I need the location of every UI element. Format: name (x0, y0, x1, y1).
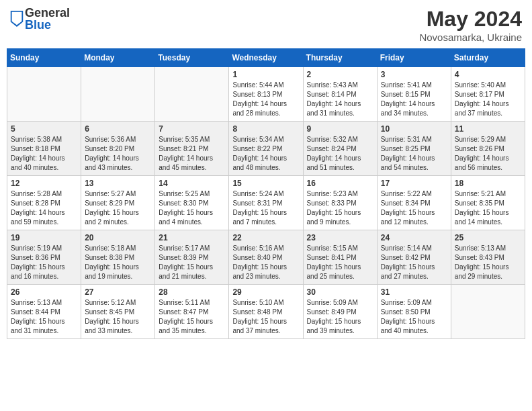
day-info: Sunrise: 5:40 AMSunset: 8:17 PMDaylight:… (455, 81, 521, 118)
day-info: Sunrise: 5:44 AMSunset: 8:13 PMDaylight:… (232, 81, 299, 118)
calendar-week-row: 5Sunrise: 5:38 AMSunset: 8:18 PMDaylight… (7, 122, 525, 176)
sunset-text: Sunset: 8:25 PM (381, 144, 447, 154)
day-number: 14 (159, 179, 225, 188)
day-info: Sunrise: 5:18 AMSunset: 8:38 PMDaylight:… (85, 244, 151, 281)
day-number: 2 (307, 70, 373, 79)
day-info: Sunrise: 5:29 AMSunset: 8:26 PMDaylight:… (455, 135, 521, 173)
sunrise-text: Sunrise: 5:34 AM (232, 135, 299, 144)
calendar-day-cell: 5Sunrise: 5:38 AMSunset: 8:18 PMDaylight… (7, 122, 81, 176)
col-header-monday: Monday (81, 49, 155, 67)
daylight-text: Daylight: 15 hours and 14 minutes. (455, 208, 521, 227)
day-info: Sunrise: 5:35 AMSunset: 8:21 PMDaylight:… (159, 135, 225, 173)
day-info: Sunrise: 5:09 AMSunset: 8:50 PMDaylight:… (381, 298, 447, 336)
calendar-day-cell: 14Sunrise: 5:25 AMSunset: 8:30 PMDayligh… (155, 176, 229, 230)
sunset-text: Sunset: 8:24 PM (307, 144, 373, 154)
logo-text: General Blue (25, 7, 70, 31)
day-info: Sunrise: 5:34 AMSunset: 8:22 PMDaylight:… (232, 135, 299, 173)
day-number: 16 (307, 179, 373, 188)
day-info: Sunrise: 5:23 AMSunset: 8:33 PMDaylight:… (307, 189, 373, 227)
sunset-text: Sunset: 8:36 PM (11, 253, 77, 263)
day-info: Sunrise: 5:36 AMSunset: 8:20 PMDaylight:… (85, 135, 151, 173)
day-info: Sunrise: 5:12 AMSunset: 8:45 PMDaylight:… (85, 298, 151, 336)
location-subtitle: Novosamarka, Ukraine (419, 32, 522, 43)
calendar-day-cell: 18Sunrise: 5:21 AMSunset: 8:35 PMDayligh… (451, 176, 525, 230)
sunrise-text: Sunrise: 5:16 AM (232, 244, 299, 253)
calendar-day-cell: 11Sunrise: 5:29 AMSunset: 8:26 PMDayligh… (451, 122, 525, 176)
col-header-friday: Friday (377, 49, 451, 67)
calendar-day-cell (155, 67, 229, 122)
page-header: General Blue May 2024 Novosamarka, Ukrai… (7, 7, 525, 43)
title-block: May 2024 Novosamarka, Ukraine (419, 7, 522, 43)
day-number: 26 (11, 287, 77, 297)
daylight-text: Daylight: 15 hours and 4 minutes. (159, 208, 225, 227)
calendar-week-row: 26Sunrise: 5:13 AMSunset: 8:44 PMDayligh… (7, 285, 525, 339)
sunset-text: Sunset: 8:21 PM (159, 144, 225, 154)
day-number: 29 (232, 287, 299, 297)
logo-blue: Blue (25, 19, 70, 31)
day-number: 18 (455, 179, 521, 188)
day-number: 31 (381, 287, 447, 297)
sunset-text: Sunset: 8:44 PM (11, 308, 77, 317)
sunset-text: Sunset: 8:39 PM (159, 253, 225, 263)
calendar-week-row: 1Sunrise: 5:44 AMSunset: 8:13 PMDaylight… (7, 67, 525, 122)
sunset-text: Sunset: 8:48 PM (232, 308, 299, 317)
day-info: Sunrise: 5:19 AMSunset: 8:36 PMDaylight:… (11, 244, 77, 281)
day-number: 15 (232, 179, 299, 188)
sunset-text: Sunset: 8:40 PM (232, 253, 299, 263)
day-number: 23 (307, 233, 373, 242)
sunrise-text: Sunrise: 5:10 AM (232, 298, 299, 308)
logo: General Blue (10, 7, 70, 31)
sunset-text: Sunset: 8:34 PM (381, 199, 447, 208)
day-number: 22 (232, 233, 299, 242)
day-info: Sunrise: 5:28 AMSunset: 8:28 PMDaylight:… (11, 189, 77, 227)
sunrise-text: Sunrise: 5:32 AM (307, 135, 373, 144)
sunrise-text: Sunrise: 5:36 AM (85, 135, 151, 144)
daylight-text: Daylight: 14 hours and 45 minutes. (159, 154, 225, 173)
calendar-day-cell: 25Sunrise: 5:13 AMSunset: 8:43 PMDayligh… (451, 230, 525, 285)
calendar-day-cell: 30Sunrise: 5:09 AMSunset: 8:49 PMDayligh… (303, 285, 377, 339)
sunset-text: Sunset: 8:49 PM (307, 308, 373, 317)
day-number: 24 (381, 233, 447, 242)
sunset-text: Sunset: 8:13 PM (232, 90, 299, 99)
col-header-saturday: Saturday (451, 49, 525, 67)
calendar-day-cell: 16Sunrise: 5:23 AMSunset: 8:33 PMDayligh… (303, 176, 377, 230)
logo-general: General (25, 7, 70, 19)
calendar-day-cell (451, 285, 525, 339)
sunrise-text: Sunrise: 5:21 AM (455, 189, 521, 199)
sunset-text: Sunset: 8:20 PM (85, 144, 151, 154)
calendar-day-cell: 8Sunrise: 5:34 AMSunset: 8:22 PMDaylight… (229, 122, 303, 176)
day-number: 5 (11, 124, 77, 134)
sunrise-text: Sunrise: 5:25 AM (159, 189, 225, 199)
sunrise-text: Sunrise: 5:12 AM (85, 298, 151, 308)
calendar-header-row: SundayMondayTuesdayWednesdayThursdayFrid… (7, 49, 525, 67)
day-number: 4 (455, 70, 521, 79)
day-info: Sunrise: 5:38 AMSunset: 8:18 PMDaylight:… (11, 135, 77, 173)
sunset-text: Sunset: 8:18 PM (11, 144, 77, 154)
day-info: Sunrise: 5:24 AMSunset: 8:31 PMDaylight:… (232, 189, 299, 227)
calendar-day-cell: 3Sunrise: 5:41 AMSunset: 8:15 PMDaylight… (377, 67, 451, 122)
day-number: 11 (455, 124, 521, 134)
day-number: 27 (85, 287, 151, 297)
calendar-day-cell: 7Sunrise: 5:35 AMSunset: 8:21 PMDaylight… (155, 122, 229, 176)
sunset-text: Sunset: 8:26 PM (455, 144, 521, 154)
calendar-day-cell: 20Sunrise: 5:18 AMSunset: 8:38 PMDayligh… (81, 230, 155, 285)
sunrise-text: Sunrise: 5:13 AM (455, 244, 521, 253)
day-number: 1 (232, 70, 299, 79)
daylight-text: Daylight: 15 hours and 7 minutes. (232, 208, 299, 227)
daylight-text: Daylight: 15 hours and 16 minutes. (11, 263, 77, 281)
sunset-text: Sunset: 8:50 PM (381, 308, 447, 317)
daylight-text: Daylight: 14 hours and 59 minutes. (11, 208, 77, 227)
calendar-table: SundayMondayTuesdayWednesdayThursdayFrid… (7, 48, 525, 339)
daylight-text: Daylight: 14 hours and 51 minutes. (307, 154, 373, 173)
day-number: 7 (159, 124, 225, 134)
daylight-text: Daylight: 15 hours and 25 minutes. (307, 263, 373, 281)
sunrise-text: Sunrise: 5:14 AM (381, 244, 447, 253)
sunrise-text: Sunrise: 5:23 AM (307, 189, 373, 199)
sunset-text: Sunset: 8:38 PM (85, 253, 151, 263)
calendar-day-cell: 2Sunrise: 5:43 AMSunset: 8:14 PMDaylight… (303, 67, 377, 122)
day-info: Sunrise: 5:21 AMSunset: 8:35 PMDaylight:… (455, 189, 521, 227)
day-info: Sunrise: 5:15 AMSunset: 8:41 PMDaylight:… (307, 244, 373, 281)
daylight-text: Daylight: 14 hours and 37 minutes. (455, 99, 521, 118)
day-info: Sunrise: 5:25 AMSunset: 8:30 PMDaylight:… (159, 189, 225, 227)
sunrise-text: Sunrise: 5:15 AM (307, 244, 373, 253)
